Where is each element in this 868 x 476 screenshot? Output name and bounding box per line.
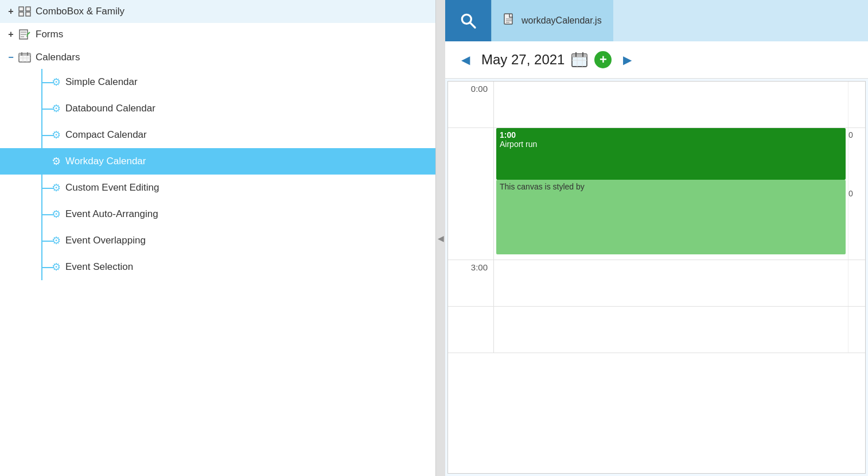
gear-icon-simple: ⚙ (52, 76, 61, 88)
time-row-3: 3:00 (448, 260, 865, 307)
calendar-header: ◀ May 27, 2021 + ▶ (445, 41, 868, 79)
sidebar-item-databound-calendar[interactable]: ⚙ Databound Calendar (0, 95, 435, 122)
time-label-1 (448, 128, 494, 260)
label-event-overlapping: Event Overlapping (65, 235, 146, 246)
calendar-picker-icon[interactable] (571, 52, 587, 67)
gear-icon-databound: ⚙ (52, 102, 61, 115)
sidebar-item-simple-calendar[interactable]: ⚙ Simple Calendar (0, 69, 435, 95)
svg-rect-11 (19, 53, 30, 56)
tab-search[interactable] (445, 0, 491, 41)
time-label-empty (448, 307, 494, 353)
sidebar-item-combobox[interactable]: + ComboBox & Family (0, 0, 435, 23)
time-row-0: 0:00 (448, 82, 865, 128)
calendar-body[interactable]: 0:00 1:00 Airport run This canvas is sty… (447, 81, 866, 474)
calendars-icon (18, 52, 31, 63)
label-databound-calendar: Databound Calendar (65, 103, 155, 114)
gear-icon-workday: ⚙ (52, 155, 61, 168)
time-row-empty (448, 307, 865, 353)
left-panel: + ComboBox & Family + Forms (0, 0, 436, 476)
sidebar-item-custom-event-editing[interactable]: ⚙ Custom Event Editing (0, 175, 435, 201)
calendar-date: May 27, 2021 (481, 52, 565, 68)
gear-icon-overlapping: ⚙ (52, 234, 61, 247)
col2-1: 0 0 (848, 128, 865, 260)
next-button[interactable]: ▶ (618, 51, 636, 69)
sidebar-item-workday-calendar[interactable]: ⚙ Workday Calendar (0, 148, 435, 175)
sidebar-item-compact-calendar[interactable]: ⚙ Compact Calendar (0, 122, 435, 148)
sidebar-item-event-selection[interactable]: ⚙ Event Selection (0, 254, 435, 280)
panel-splitter[interactable]: ◀ (436, 0, 445, 476)
tab-bar: workdayCalendar.js (445, 0, 868, 41)
toggle-calendars[interactable]: − (6, 52, 16, 63)
label-simple-calendar: Simple Calendar (65, 76, 138, 88)
splitter-arrow-icon: ◀ (438, 234, 444, 243)
tab-file-label: workdayCalendar.js (521, 16, 602, 26)
sidebar-item-label-calendars: Calendars (36, 52, 80, 63)
svg-rect-24 (572, 54, 587, 57)
col2-3 (848, 260, 865, 306)
time-label-0: 0:00 (448, 82, 494, 127)
col2-empty (848, 307, 865, 353)
event-time: 1:00 (500, 130, 842, 140)
gear-icon-custom: ⚙ (52, 181, 61, 194)
time-slot-1[interactable]: 1:00 Airport run This canvas is styled b… (494, 128, 848, 260)
time-slot-3[interactable] (494, 260, 848, 306)
label-event-auto-arranging: Event Auto-Arranging (65, 208, 158, 220)
sidebar-item-calendars[interactable]: − Calendars (0, 46, 435, 69)
forms-icon (18, 29, 31, 40)
calendars-children: ⚙ Simple Calendar ⚙ Databound Calendar ⚙… (0, 69, 435, 280)
gear-icon-selection: ⚙ (52, 261, 61, 273)
event-canvas-styled[interactable]: This canvas is styled by (496, 180, 846, 254)
sidebar-item-event-auto-arranging[interactable]: ⚙ Event Auto-Arranging (0, 201, 435, 227)
right-panel: workdayCalendar.js ◀ May 27, 2021 + ▶ 0:… (445, 0, 868, 476)
sidebar-item-label-combobox: ComboBox & Family (36, 6, 124, 17)
sidebar-item-event-overlapping[interactable]: ⚙ Event Overlapping (0, 227, 435, 254)
label-custom-event-editing: Custom Event Editing (65, 182, 159, 194)
label-workday-calendar: Workday Calendar (65, 156, 146, 167)
prev-button[interactable]: ◀ (457, 51, 474, 69)
svg-rect-0 (19, 7, 24, 11)
label-compact-calendar: Compact Calendar (65, 129, 147, 141)
time-label-3: 3:00 (448, 260, 494, 306)
grid-icon (18, 6, 31, 17)
sidebar-item-label-forms: Forms (36, 29, 63, 40)
add-event-button[interactable]: + (594, 51, 612, 68)
toggle-combobox[interactable]: + (6, 6, 16, 17)
tab-file[interactable]: workdayCalendar.js (491, 0, 613, 41)
event-airport-run[interactable]: 1:00 Airport run (496, 128, 846, 180)
time-slot-0[interactable] (494, 82, 848, 127)
svg-rect-3 (26, 12, 30, 16)
search-icon (459, 11, 477, 30)
svg-line-18 (470, 22, 475, 28)
sidebar-item-forms[interactable]: + Forms (0, 23, 435, 46)
time-row-1: 1:00 Airport run This canvas is styled b… (448, 128, 865, 260)
time-slot-empty[interactable] (494, 307, 848, 353)
gear-icon-compact: ⚙ (52, 129, 61, 141)
event-canvas-text: This canvas is styled by (500, 182, 842, 191)
event-title: Airport run (500, 140, 842, 149)
calendar-grid: 0:00 1:00 Airport run This canvas is sty… (448, 82, 865, 353)
svg-rect-1 (26, 7, 30, 11)
svg-rect-2 (19, 12, 24, 16)
gear-icon-auto: ⚙ (52, 208, 61, 220)
col2-0 (848, 82, 865, 127)
label-event-selection: Event Selection (65, 261, 133, 273)
file-icon (503, 13, 516, 29)
toggle-forms[interactable]: + (6, 29, 16, 40)
